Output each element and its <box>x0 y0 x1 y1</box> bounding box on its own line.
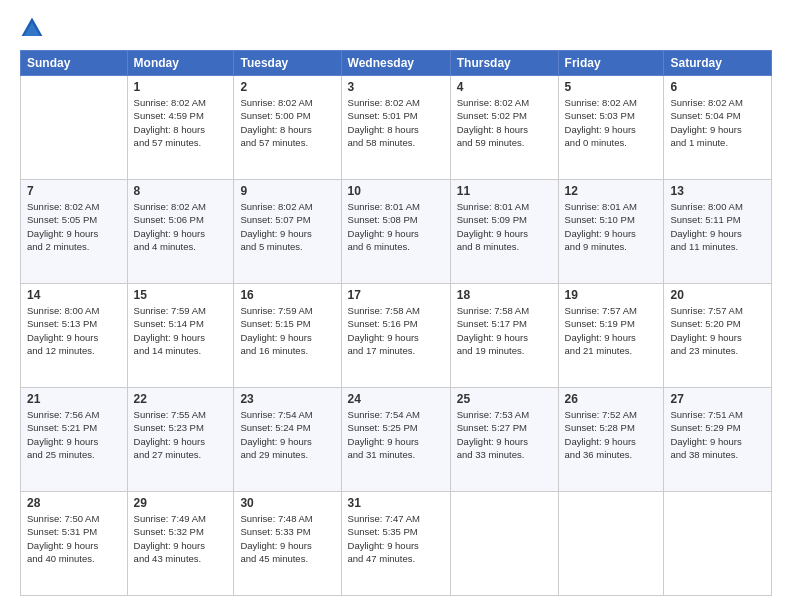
calendar-cell: 11Sunrise: 8:01 AMSunset: 5:09 PMDayligh… <box>450 180 558 284</box>
weekday-header-sunday: Sunday <box>21 51 128 76</box>
calendar-cell: 19Sunrise: 7:57 AMSunset: 5:19 PMDayligh… <box>558 284 664 388</box>
calendar-header: SundayMondayTuesdayWednesdayThursdayFrid… <box>21 51 772 76</box>
day-info: Sunrise: 7:59 AMSunset: 5:15 PMDaylight:… <box>240 304 334 357</box>
calendar-cell <box>558 492 664 596</box>
day-number: 28 <box>27 496 121 510</box>
logo <box>20 16 46 40</box>
day-info: Sunrise: 8:02 AMSunset: 5:06 PMDaylight:… <box>134 200 228 253</box>
day-number: 21 <box>27 392 121 406</box>
calendar-body: 1Sunrise: 8:02 AMSunset: 4:59 PMDaylight… <box>21 76 772 596</box>
page: SundayMondayTuesdayWednesdayThursdayFrid… <box>0 0 792 612</box>
day-number: 12 <box>565 184 658 198</box>
day-info: Sunrise: 8:02 AMSunset: 5:07 PMDaylight:… <box>240 200 334 253</box>
calendar-cell: 4Sunrise: 8:02 AMSunset: 5:02 PMDaylight… <box>450 76 558 180</box>
calendar-cell: 30Sunrise: 7:48 AMSunset: 5:33 PMDayligh… <box>234 492 341 596</box>
calendar-cell: 9Sunrise: 8:02 AMSunset: 5:07 PMDaylight… <box>234 180 341 284</box>
day-info: Sunrise: 8:01 AMSunset: 5:09 PMDaylight:… <box>457 200 552 253</box>
day-number: 17 <box>348 288 444 302</box>
day-number: 14 <box>27 288 121 302</box>
day-number: 22 <box>134 392 228 406</box>
calendar-cell: 6Sunrise: 8:02 AMSunset: 5:04 PMDaylight… <box>664 76 772 180</box>
day-number: 7 <box>27 184 121 198</box>
day-number: 26 <box>565 392 658 406</box>
logo-icon <box>20 16 44 40</box>
calendar-cell: 26Sunrise: 7:52 AMSunset: 5:28 PMDayligh… <box>558 388 664 492</box>
day-number: 3 <box>348 80 444 94</box>
day-number: 20 <box>670 288 765 302</box>
day-number: 4 <box>457 80 552 94</box>
day-info: Sunrise: 7:58 AMSunset: 5:17 PMDaylight:… <box>457 304 552 357</box>
day-info: Sunrise: 7:59 AMSunset: 5:14 PMDaylight:… <box>134 304 228 357</box>
weekday-header-monday: Monday <box>127 51 234 76</box>
calendar-cell: 31Sunrise: 7:47 AMSunset: 5:35 PMDayligh… <box>341 492 450 596</box>
calendar-cell: 22Sunrise: 7:55 AMSunset: 5:23 PMDayligh… <box>127 388 234 492</box>
day-number: 16 <box>240 288 334 302</box>
header <box>20 16 772 40</box>
day-number: 15 <box>134 288 228 302</box>
day-number: 24 <box>348 392 444 406</box>
day-info: Sunrise: 8:02 AMSunset: 5:01 PMDaylight:… <box>348 96 444 149</box>
calendar-cell: 14Sunrise: 8:00 AMSunset: 5:13 PMDayligh… <box>21 284 128 388</box>
calendar-cell: 8Sunrise: 8:02 AMSunset: 5:06 PMDaylight… <box>127 180 234 284</box>
calendar-cell: 16Sunrise: 7:59 AMSunset: 5:15 PMDayligh… <box>234 284 341 388</box>
day-info: Sunrise: 8:00 AMSunset: 5:13 PMDaylight:… <box>27 304 121 357</box>
calendar-cell: 13Sunrise: 8:00 AMSunset: 5:11 PMDayligh… <box>664 180 772 284</box>
day-info: Sunrise: 7:53 AMSunset: 5:27 PMDaylight:… <box>457 408 552 461</box>
day-number: 19 <box>565 288 658 302</box>
calendar-cell: 29Sunrise: 7:49 AMSunset: 5:32 PMDayligh… <box>127 492 234 596</box>
day-info: Sunrise: 8:02 AMSunset: 5:04 PMDaylight:… <box>670 96 765 149</box>
week-row-3: 14Sunrise: 8:00 AMSunset: 5:13 PMDayligh… <box>21 284 772 388</box>
week-row-1: 1Sunrise: 8:02 AMSunset: 4:59 PMDaylight… <box>21 76 772 180</box>
week-row-5: 28Sunrise: 7:50 AMSunset: 5:31 PMDayligh… <box>21 492 772 596</box>
calendar-cell: 23Sunrise: 7:54 AMSunset: 5:24 PMDayligh… <box>234 388 341 492</box>
calendar-cell: 1Sunrise: 8:02 AMSunset: 4:59 PMDaylight… <box>127 76 234 180</box>
day-number: 25 <box>457 392 552 406</box>
day-info: Sunrise: 7:48 AMSunset: 5:33 PMDaylight:… <box>240 512 334 565</box>
weekday-header-tuesday: Tuesday <box>234 51 341 76</box>
day-info: Sunrise: 8:00 AMSunset: 5:11 PMDaylight:… <box>670 200 765 253</box>
day-info: Sunrise: 8:02 AMSunset: 5:02 PMDaylight:… <box>457 96 552 149</box>
calendar-cell: 7Sunrise: 8:02 AMSunset: 5:05 PMDaylight… <box>21 180 128 284</box>
day-number: 11 <box>457 184 552 198</box>
day-number: 6 <box>670 80 765 94</box>
day-info: Sunrise: 7:57 AMSunset: 5:20 PMDaylight:… <box>670 304 765 357</box>
day-info: Sunrise: 7:52 AMSunset: 5:28 PMDaylight:… <box>565 408 658 461</box>
weekday-header-saturday: Saturday <box>664 51 772 76</box>
weekday-header-wednesday: Wednesday <box>341 51 450 76</box>
week-row-2: 7Sunrise: 8:02 AMSunset: 5:05 PMDaylight… <box>21 180 772 284</box>
calendar-cell: 27Sunrise: 7:51 AMSunset: 5:29 PMDayligh… <box>664 388 772 492</box>
calendar-table: SundayMondayTuesdayWednesdayThursdayFrid… <box>20 50 772 596</box>
day-number: 30 <box>240 496 334 510</box>
day-number: 23 <box>240 392 334 406</box>
calendar-cell: 2Sunrise: 8:02 AMSunset: 5:00 PMDaylight… <box>234 76 341 180</box>
calendar-cell: 21Sunrise: 7:56 AMSunset: 5:21 PMDayligh… <box>21 388 128 492</box>
day-info: Sunrise: 7:55 AMSunset: 5:23 PMDaylight:… <box>134 408 228 461</box>
day-number: 27 <box>670 392 765 406</box>
calendar-cell: 25Sunrise: 7:53 AMSunset: 5:27 PMDayligh… <box>450 388 558 492</box>
day-number: 29 <box>134 496 228 510</box>
day-number: 9 <box>240 184 334 198</box>
calendar-cell: 15Sunrise: 7:59 AMSunset: 5:14 PMDayligh… <box>127 284 234 388</box>
calendar-cell: 17Sunrise: 7:58 AMSunset: 5:16 PMDayligh… <box>341 284 450 388</box>
calendar-cell <box>664 492 772 596</box>
day-info: Sunrise: 7:47 AMSunset: 5:35 PMDaylight:… <box>348 512 444 565</box>
week-row-4: 21Sunrise: 7:56 AMSunset: 5:21 PMDayligh… <box>21 388 772 492</box>
calendar-cell: 10Sunrise: 8:01 AMSunset: 5:08 PMDayligh… <box>341 180 450 284</box>
day-info: Sunrise: 7:50 AMSunset: 5:31 PMDaylight:… <box>27 512 121 565</box>
weekday-row: SundayMondayTuesdayWednesdayThursdayFrid… <box>21 51 772 76</box>
day-number: 13 <box>670 184 765 198</box>
weekday-header-thursday: Thursday <box>450 51 558 76</box>
day-info: Sunrise: 7:58 AMSunset: 5:16 PMDaylight:… <box>348 304 444 357</box>
day-number: 8 <box>134 184 228 198</box>
weekday-header-friday: Friday <box>558 51 664 76</box>
day-info: Sunrise: 7:54 AMSunset: 5:25 PMDaylight:… <box>348 408 444 461</box>
calendar-cell: 20Sunrise: 7:57 AMSunset: 5:20 PMDayligh… <box>664 284 772 388</box>
calendar-cell: 24Sunrise: 7:54 AMSunset: 5:25 PMDayligh… <box>341 388 450 492</box>
day-number: 5 <box>565 80 658 94</box>
day-info: Sunrise: 7:57 AMSunset: 5:19 PMDaylight:… <box>565 304 658 357</box>
calendar-cell: 28Sunrise: 7:50 AMSunset: 5:31 PMDayligh… <box>21 492 128 596</box>
day-number: 2 <box>240 80 334 94</box>
day-number: 18 <box>457 288 552 302</box>
calendar-cell: 3Sunrise: 8:02 AMSunset: 5:01 PMDaylight… <box>341 76 450 180</box>
day-info: Sunrise: 7:49 AMSunset: 5:32 PMDaylight:… <box>134 512 228 565</box>
